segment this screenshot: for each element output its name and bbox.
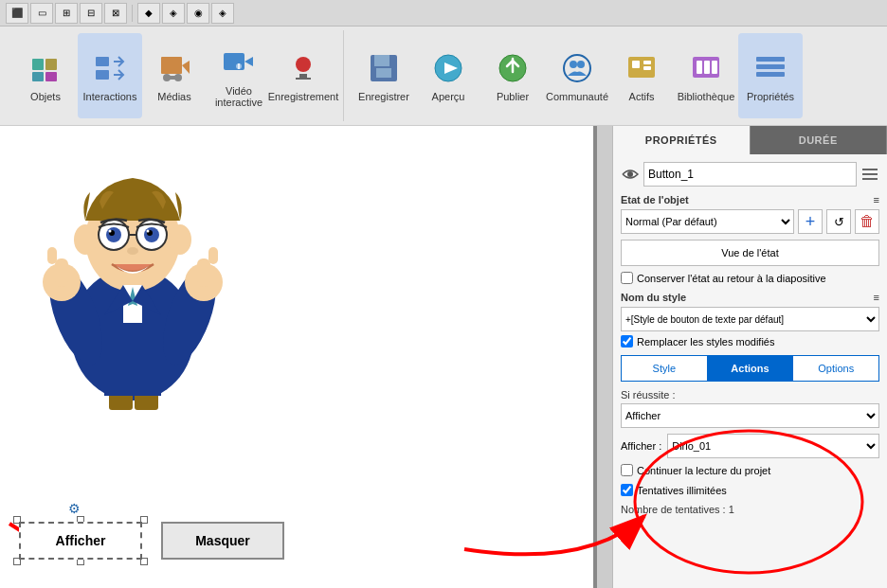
toolbar-btn-bibliotheque[interactable]: Bibliothèque bbox=[674, 33, 738, 118]
svg-point-50 bbox=[109, 230, 112, 233]
proprietes-icon bbox=[751, 49, 789, 87]
state-delete-btn[interactable]: 🗑 bbox=[855, 209, 879, 234]
tentatives-row: Tentatives illimitées bbox=[621, 484, 879, 496]
svg-rect-57 bbox=[55, 258, 68, 287]
toolbar-btn-interactions[interactable]: Interactions bbox=[78, 33, 142, 118]
svg-rect-0 bbox=[32, 59, 44, 70]
svg-point-15 bbox=[296, 57, 311, 72]
mini-btn-2[interactable]: ▭ bbox=[30, 3, 53, 24]
subtab-actions[interactable]: Actions bbox=[708, 356, 794, 381]
masquer-button[interactable]: Masquer bbox=[161, 522, 284, 560]
svg-rect-19 bbox=[374, 55, 389, 66]
object-name-row bbox=[621, 162, 879, 187]
panel-tabs: PROPRIÉTÉS DURÉE bbox=[613, 126, 887, 154]
svg-rect-3 bbox=[45, 72, 57, 81]
toolbar-btn-apercu[interactable]: Aperçu bbox=[416, 33, 480, 118]
state-select[interactable]: Normal (Par défaut) bbox=[621, 209, 794, 234]
mini-btn-1[interactable]: ⬛ bbox=[6, 3, 28, 24]
afficher-select[interactable]: Dirlo_01 bbox=[667, 434, 879, 458]
svg-rect-29 bbox=[643, 61, 651, 64]
toolbar-btn-medias[interactable]: Médias bbox=[142, 33, 207, 118]
video-label: Vidéo interactive bbox=[208, 85, 269, 108]
toolbar-btn-actifs[interactable]: Actifs bbox=[609, 33, 674, 118]
interactions-icon bbox=[91, 49, 129, 87]
object-name-input[interactable] bbox=[643, 162, 857, 187]
svg-rect-6 bbox=[161, 57, 182, 74]
canvas-scrollbar[interactable] bbox=[597, 126, 612, 588]
conserver-label: Conserver l'état au retour à la diaposit… bbox=[637, 273, 826, 284]
remplacer-label: Remplacer les styles modifiés bbox=[637, 336, 775, 347]
toolbar-btn-proprietes[interactable]: Propriétés bbox=[738, 33, 803, 118]
state-refresh-btn[interactable]: ↺ bbox=[826, 209, 851, 234]
mini-btn-5[interactable]: ⊠ bbox=[104, 3, 127, 24]
continuer-row: Continuer la lecture du projet bbox=[621, 464, 879, 476]
subtab-options[interactable]: Options bbox=[793, 356, 878, 381]
svg-rect-28 bbox=[632, 61, 640, 68]
svg-point-52 bbox=[127, 247, 138, 255]
enregistrement-label: Enregistrement bbox=[268, 91, 339, 102]
tentatives-label: Tentatives illimitées bbox=[637, 485, 727, 496]
svg-point-42 bbox=[169, 224, 191, 255]
svg-rect-20 bbox=[376, 68, 391, 78]
panel-menu-icon[interactable] bbox=[860, 165, 879, 184]
remplacer-checkbox[interactable] bbox=[621, 335, 633, 347]
visibility-icon[interactable] bbox=[621, 165, 640, 184]
subtab-style[interactable]: Style bbox=[622, 356, 708, 381]
svg-rect-16 bbox=[299, 74, 307, 78]
state-add-btn[interactable]: + bbox=[798, 209, 823, 234]
continuer-checkbox[interactable] bbox=[621, 464, 633, 476]
state-row: Normal (Par défaut) + ↺ 🗑 bbox=[621, 209, 879, 234]
communaute-label: Communauté bbox=[546, 91, 608, 102]
tab-proprietes[interactable]: PROPRIÉTÉS bbox=[613, 126, 751, 154]
canvas-buttons: ⚙ Afficher Masquer bbox=[19, 522, 284, 560]
panel-content: Etat de l'objet ≡ Normal (Par défaut) + … bbox=[613, 154, 887, 588]
svg-rect-10 bbox=[167, 76, 178, 80]
svg-rect-65 bbox=[104, 363, 133, 396]
remplacer-row: Remplacer les styles modifiés bbox=[621, 335, 879, 347]
svg-rect-66 bbox=[133, 363, 161, 396]
style-menu-icon[interactable]: ≡ bbox=[874, 292, 879, 303]
menu-line-1 bbox=[862, 169, 878, 170]
toolbar-btn-enregistrement[interactable]: Enregistrement bbox=[271, 33, 335, 118]
afficher-label: Afficher : bbox=[621, 440, 661, 452]
etat-menu-icon[interactable]: ≡ bbox=[874, 194, 879, 205]
svg-rect-33 bbox=[704, 61, 710, 74]
svg-rect-58 bbox=[47, 247, 57, 264]
publier-icon bbox=[494, 49, 532, 87]
svg-marker-7 bbox=[182, 61, 190, 74]
nombre-label: Nombre de tentatives : 1 bbox=[621, 504, 879, 515]
svg-rect-2 bbox=[32, 72, 44, 81]
tentatives-checkbox[interactable] bbox=[621, 484, 633, 496]
conserver-checkbox[interactable] bbox=[621, 272, 633, 284]
svg-point-68 bbox=[627, 171, 633, 177]
mini-btn-6[interactable]: ◆ bbox=[137, 3, 160, 24]
afficher-btn-wrapper: ⚙ Afficher bbox=[19, 522, 142, 560]
slide-canvas: ⚙ Afficher Masquer bbox=[0, 126, 593, 588]
si-reussite-select[interactable]: Afficher bbox=[621, 403, 879, 428]
tab-duree[interactable]: DURÉE bbox=[751, 126, 888, 154]
publier-label: Publier bbox=[497, 91, 529, 102]
vue-etat-button[interactable]: Vue de l'état bbox=[621, 240, 879, 266]
separator-1 bbox=[132, 5, 133, 22]
mini-btn-3[interactable]: ⊞ bbox=[55, 3, 78, 24]
toolbar-btn-objets[interactable]: Objets bbox=[13, 33, 78, 118]
toolbar-btn-communaute[interactable]: Communauté bbox=[545, 33, 609, 118]
style-label: Nom du style bbox=[621, 292, 686, 303]
bibliotheque-icon bbox=[687, 49, 725, 87]
mini-btn-8[interactable]: ◉ bbox=[187, 3, 209, 24]
mini-btn-7[interactable]: ◈ bbox=[162, 3, 185, 24]
objects-icon bbox=[27, 49, 64, 87]
mini-btn-4[interactable]: ⊟ bbox=[80, 3, 102, 24]
apercu-label: Aperçu bbox=[432, 91, 465, 102]
svg-point-24 bbox=[564, 55, 590, 81]
toolbar-btn-enregistrer[interactable]: Enregistrer bbox=[352, 33, 416, 118]
afficher-button[interactable]: Afficher bbox=[19, 522, 142, 560]
toolbar-btn-video[interactable]: Vidéo interactive bbox=[207, 33, 271, 118]
toolbar-btn-publier[interactable]: Publier bbox=[480, 33, 545, 118]
character-image bbox=[28, 145, 237, 410]
mini-btn-9[interactable]: ◈ bbox=[211, 3, 234, 24]
svg-rect-35 bbox=[756, 57, 785, 62]
video-icon bbox=[220, 44, 258, 81]
style-select[interactable]: +[Style de bouton de texte par défaut] bbox=[621, 307, 879, 331]
svg-point-25 bbox=[570, 61, 577, 68]
